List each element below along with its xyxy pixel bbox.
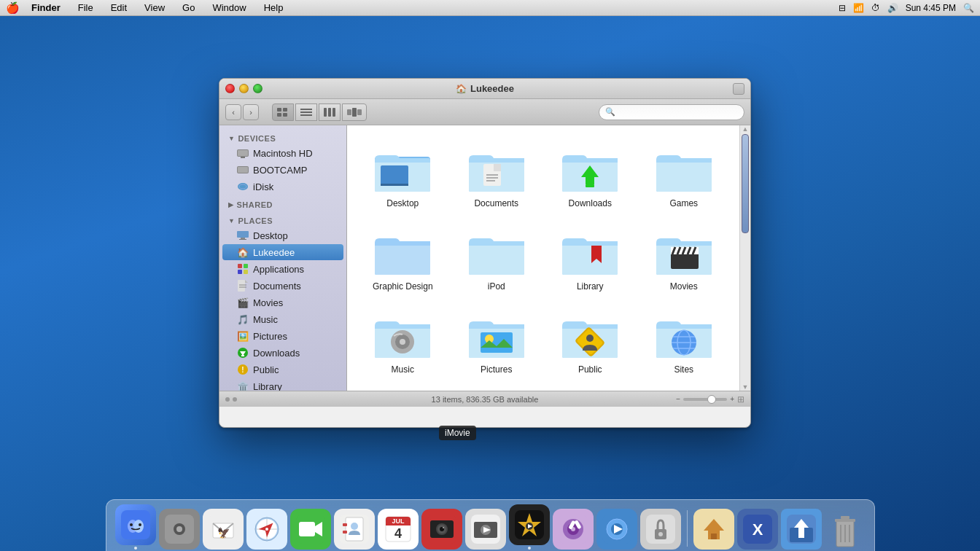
bootcamp-label: BOOTCAMP xyxy=(253,165,307,176)
dock-item-addressbook[interactable] xyxy=(334,509,375,550)
sidebar-item-desktop[interactable]: Desktop xyxy=(222,227,343,243)
list-view-button[interactable] xyxy=(295,103,317,121)
svg-point-59 xyxy=(400,339,405,345)
file-item-desktop[interactable]: Desktop xyxy=(359,137,447,214)
window-collapse-button[interactable] xyxy=(733,83,744,95)
column-view-button[interactable] xyxy=(319,103,341,121)
menu-help[interactable]: Help xyxy=(261,2,287,13)
close-button[interactable] xyxy=(225,84,235,93)
sidebar-item-library[interactable]: 🏛️ Library xyxy=(222,378,343,391)
scrollbar-thumb[interactable] xyxy=(742,134,749,233)
minimize-button[interactable] xyxy=(239,84,249,93)
dock-item-keychain[interactable] xyxy=(640,509,681,550)
back-button[interactable]: ‹ xyxy=(225,104,241,120)
menu-edit[interactable]: Edit xyxy=(108,2,130,13)
menu-window[interactable]: Window xyxy=(209,2,249,13)
sidebar-item-music[interactable]: 🎵 Music xyxy=(222,311,343,327)
file-item-public[interactable]: Public xyxy=(546,303,634,380)
menubar-search-icon[interactable]: 🔍 xyxy=(963,3,974,13)
menubar-wifi-icon[interactable]: 📶 xyxy=(853,3,864,13)
sidebar: DEVICES Macintosh HD BOOTCAMP xyxy=(219,125,347,391)
dock-item-downloads-stack[interactable] xyxy=(781,509,822,550)
file-item-music[interactable]: Music xyxy=(359,303,447,380)
nav-buttons: ‹ › xyxy=(225,104,259,120)
coverflow-view-button[interactable] xyxy=(342,103,367,121)
sidebar-item-applications[interactable]: Applications xyxy=(222,261,343,277)
svg-rect-27 xyxy=(238,280,245,292)
apple-menu[interactable]: 🍎 xyxy=(6,1,20,15)
sidebar-item-idisk[interactable]: iDisk xyxy=(222,179,343,195)
menubar-volume-icon[interactable]: 🔊 xyxy=(887,3,898,13)
svg-text:🦅: 🦅 xyxy=(217,527,230,539)
file-item-games[interactable]: Games xyxy=(640,137,728,214)
forward-button[interactable]: › xyxy=(243,104,259,120)
svg-rect-3 xyxy=(283,113,287,117)
dock-item-ical[interactable]: JUL 4 xyxy=(378,509,419,550)
resize-handle-icon[interactable]: ⊞ xyxy=(737,394,744,405)
file-item-library[interactable]: Library xyxy=(546,220,634,297)
sites-file-label: Sites xyxy=(674,364,693,375)
devices-section-header[interactable]: DEVICES xyxy=(219,131,346,144)
svg-point-87 xyxy=(265,528,268,531)
scrollbar-track[interactable] xyxy=(742,134,749,382)
places-section-header[interactable]: PLACES xyxy=(219,214,346,227)
svg-rect-12 xyxy=(357,109,362,115)
finder-window: 🏠 Lukeedee ‹ › xyxy=(219,78,751,428)
file-item-documents[interactable]: Documents xyxy=(453,137,541,214)
music-file-label: Music xyxy=(392,364,414,375)
dock-item-finder[interactable] xyxy=(115,504,156,550)
menu-view[interactable]: View xyxy=(141,2,168,13)
toolbar: ‹ › 🔍 xyxy=(219,99,750,125)
dock-item-home[interactable] xyxy=(693,509,734,550)
ipod-file-label: iPod xyxy=(488,281,505,292)
sidebar-item-movies[interactable]: 🎬 Movies xyxy=(222,294,343,310)
dock-item-quicktime[interactable] xyxy=(596,509,637,550)
macintoshhd-icon xyxy=(237,147,249,159)
file-item-pictures[interactable]: Pictures xyxy=(453,303,541,380)
dock-item-safari[interactable] xyxy=(246,509,287,550)
file-item-sites[interactable]: Sites xyxy=(640,303,728,380)
dock-item-trash[interactable] xyxy=(825,509,866,550)
zoom-thumb[interactable] xyxy=(707,395,716,404)
file-item-downloads[interactable]: Downloads xyxy=(546,137,634,214)
dock-item-screenflow[interactable] xyxy=(465,509,506,550)
movies-sidebar-label: Movies xyxy=(253,297,283,308)
dock-item-xcode[interactable]: X xyxy=(737,509,778,550)
sidebar-item-macintoshhd[interactable]: Macintosh HD xyxy=(222,145,343,161)
dock-item-sysprefs[interactable] xyxy=(159,509,200,550)
desktop-folder-icon xyxy=(373,143,432,194)
menubar-right: ⊟ 📶 ⏱ 🔊 Sun 4:45 PM 🔍 xyxy=(839,3,974,13)
dock-item-photobooth[interactable] xyxy=(421,509,462,550)
file-item-graphicdesign[interactable]: Graphic Design xyxy=(359,220,447,297)
svg-rect-25 xyxy=(238,270,242,274)
menu-file[interactable]: File xyxy=(75,2,96,13)
documents-sidebar-icon xyxy=(237,280,249,292)
sidebar-item-pictures[interactable]: 🖼️ Pictures xyxy=(222,328,343,344)
sidebar-item-public[interactable]: ! Public xyxy=(222,362,343,378)
zoom-slider[interactable] xyxy=(683,398,727,401)
icon-view-button[interactable] xyxy=(272,103,294,121)
dock-item-facetime[interactable] xyxy=(290,509,331,550)
dock-item-imovie[interactable] xyxy=(509,504,550,550)
pictures-icon: 🖼️ xyxy=(237,330,249,342)
applications-label: Applications xyxy=(253,264,304,275)
sidebar-item-downloads[interactable]: Downloads xyxy=(222,345,343,361)
screenflow-dock-icon xyxy=(465,509,506,550)
file-item-movies[interactable]: Movies xyxy=(640,220,728,297)
shared-section-header[interactable]: SHARED xyxy=(219,198,346,211)
menu-finder[interactable]: Finder xyxy=(28,2,63,13)
dock-item-itunes[interactable] xyxy=(553,509,594,550)
menu-go[interactable]: Go xyxy=(179,2,198,13)
sidebar-item-bootcamp[interactable]: BOOTCAMP xyxy=(222,162,343,178)
svg-rect-7 xyxy=(324,108,327,117)
desktop-sidebar-icon xyxy=(237,230,249,241)
sidebar-item-lukeedee[interactable]: 🏠 Lukeedee xyxy=(222,244,343,260)
sidebar-item-documents[interactable]: Documents xyxy=(222,278,343,294)
file-item-ipod[interactable]: iPod xyxy=(453,220,541,297)
maximize-button[interactable] xyxy=(253,84,262,93)
menubar-timemachine-icon[interactable]: ⏱ xyxy=(871,3,880,13)
dock-item-mail[interactable]: 🦅 xyxy=(203,509,244,550)
scrollbar[interactable]: ▲ ▼ xyxy=(739,125,750,391)
search-box[interactable]: 🔍 xyxy=(599,104,744,120)
svg-rect-2 xyxy=(277,113,281,117)
